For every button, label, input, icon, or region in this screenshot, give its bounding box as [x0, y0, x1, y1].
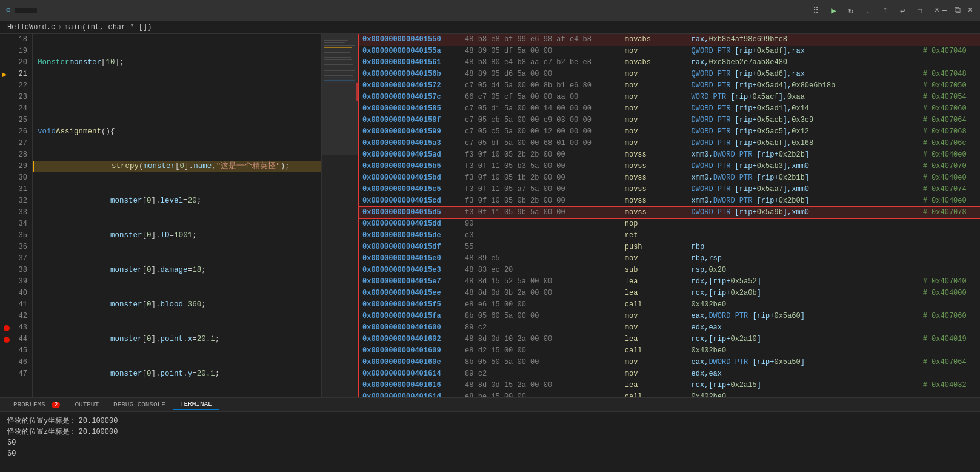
- disasm-bytes: f3 0f 10 05 2b 2b 00 00: [465, 150, 565, 159]
- breakpoint-44[interactable]: [4, 337, 10, 343]
- step-into-icon[interactable]: ↑: [882, 4, 889, 16]
- disasm-bytes: 48 b8 80 e4 b8 aa e7 b2 be e8: [465, 58, 592, 67]
- disasm-comment: # 0x404019: [923, 335, 967, 343]
- disasm-row: 0x0000000000401572c7 05 d4 5a 00 00 8b b…: [359, 80, 980, 92]
- disasm-comment: # 0x404032: [923, 381, 967, 389]
- disasm-mnem: call: [625, 299, 673, 311]
- terminal-line-2: 怪物的位置z坐标是: 20.100000: [7, 426, 973, 437]
- disasm-mnem: mov: [625, 138, 673, 149]
- disasm-mnem: lea: [625, 276, 673, 288]
- disasm-mnem: movss: [625, 172, 673, 184]
- stop-icon[interactable]: ☐: [916, 4, 923, 17]
- tab-problems[interactable]: PROBLEMS 2: [6, 400, 67, 410]
- disasm-bytes: f3 0f 11 05 b3 5a 00 00: [465, 162, 565, 170]
- disasm-addr: 0x00000000004015dd: [362, 220, 441, 228]
- disasm-bytes: e8 be 15 00 00: [465, 393, 526, 397]
- disasm-bytes: 48 89 05 d6 5a 00 00: [465, 70, 552, 78]
- disasm-mnem: mov: [625, 253, 673, 265]
- disasm-comment: # 0x407068: [923, 127, 967, 136]
- disasm-row: 0x00000000004015d5f3 0f 11 05 9b 5a 00 0…: [359, 207, 980, 218]
- disasm-addr: 0x0000000000401614: [362, 369, 441, 378]
- breadcrumb-file[interactable]: HelloWord.c: [7, 23, 55, 32]
- disasm-row: 0x000000000040158fc7 05 cb 5a 00 00 e9 0…: [359, 115, 980, 126]
- disasm-ops: WORD PTR [rip+0x5acf],0xaa: [692, 93, 805, 101]
- close-button[interactable]: ×: [967, 4, 974, 16]
- disasm-row: 0x000000000040156b48 89 05 d6 5a 00 00mo…: [359, 69, 980, 80]
- disasm-comment: # 0x407050: [923, 81, 967, 90]
- disasm-addr: 0x00000000004015bd: [362, 174, 441, 182]
- restore-button[interactable]: ⧉: [953, 4, 962, 16]
- disasm-bytes: c3: [465, 231, 473, 240]
- code-line-20: void Assignment(){: [33, 126, 321, 138]
- disasm-row: 0x00000000004015f5e8 e6 15 00 00call0x40…: [359, 299, 980, 311]
- tab-debug-label: DEBUG CONSOLE: [113, 401, 165, 408]
- title-bar-left: C: [6, 7, 812, 14]
- disasm-ops: rsp,0x20: [692, 266, 727, 274]
- disasm-row: 0x000000000040160e8b 05 50 5a 00 00movea…: [359, 357, 980, 368]
- grid-icon[interactable]: ⠿: [812, 4, 820, 17]
- tab-output[interactable]: OUTPUT: [67, 400, 106, 410]
- disasm-bytes: 8b 05 50 5a 00 00: [465, 358, 539, 366]
- disasm-ops: rbp,rsp: [692, 254, 722, 263]
- disasm-bytes: c7 05 bf 5a 00 00 68 01 00 00: [465, 139, 592, 147]
- disasm-ops: 0x402be0: [692, 300, 727, 309]
- breakpoint-gutter: ▶: [0, 34, 11, 397]
- disasm-mnem: movss: [625, 195, 673, 207]
- disasm-addr: 0x00000000004015de: [362, 231, 441, 240]
- disasm-bytes: 66 c7 05 cf 5a 00 00 aa 00: [465, 93, 578, 101]
- tab-debug-console[interactable]: DEBUG CONSOLE: [106, 400, 173, 410]
- app-container: C ⠿ ▶ ↻ ↓ ↑ ↩ ☐ × — ⧉ × HelloWord.c › ma…: [0, 0, 980, 472]
- play-icon[interactable]: ▶: [830, 4, 837, 17]
- code-line-19: [33, 92, 321, 103]
- disasm-row: 0x000000000040161de8 be 15 00 00call0x40…: [359, 391, 980, 397]
- disasm-row: 0x0000000000401599c7 05 c5 5a 00 00 12 0…: [359, 126, 980, 138]
- tab-terminal[interactable]: TERMINAL: [173, 399, 219, 410]
- disasm-bytes: f3 0f 10 05 0b 2b 00 00: [465, 197, 565, 205]
- disasm-mnem: mov: [625, 115, 673, 126]
- disasm-addr: 0x0000000000401609: [362, 346, 441, 355]
- disasm-row: 0x00000000004015c5f3 0f 11 05 a7 5a 00 0…: [359, 184, 980, 195]
- terminal-line-3: 60: [7, 437, 973, 448]
- disasm-row: 0x0000000000401585c7 05 d1 5a 00 00 14 0…: [359, 103, 980, 115]
- disasm-row: 0x00000000004015adf3 0f 10 05 2b 2b 00 0…: [359, 149, 980, 161]
- step-out-icon[interactable]: ↩: [899, 4, 906, 17]
- code-line-22: monster[0].level = 20;: [33, 195, 321, 207]
- disasm-addr: 0x0000000000401599: [362, 127, 441, 136]
- code-line-26: monster[0].point.x = 20.1;: [33, 334, 321, 345]
- disasm-row: 0x00000000004015bdf3 0f 10 05 1b 2b 00 0…: [359, 172, 980, 184]
- file-tab[interactable]: [15, 8, 37, 13]
- disasm-addr: 0x0000000000401572: [362, 81, 441, 90]
- disasm-addr: 0x000000000040156b: [362, 70, 441, 78]
- disasm-row: 0x00000000004015e348 83 ec 20subrsp,0x20: [359, 265, 980, 276]
- disasm-panel: 0x000000000040155048 b8 e8 bf 99 e6 98 a…: [358, 34, 980, 397]
- disasm-ops: DWORD PTR [rip+0x5aa7],xmm0: [692, 185, 809, 194]
- disasm-row: 0x000000000040155a48 89 05 df 5a 00 00mo…: [359, 46, 980, 57]
- step-over-icon[interactable]: ↓: [864, 4, 872, 16]
- disasm-addr: 0x00000000004015d5: [362, 208, 441, 217]
- disasm-addr: 0x000000000040155a: [362, 47, 441, 55]
- disasm-row: 0x00000000004015dec3ret: [359, 230, 980, 241]
- disasm-row: 0x00000000004015fa8b 05 60 5a 00 00movea…: [359, 311, 980, 322]
- close-debug-icon[interactable]: ×: [933, 4, 941, 16]
- disasm-mnem: lea: [625, 334, 673, 345]
- disasm-comment: # 0x407064: [923, 116, 967, 124]
- breadcrumb-func[interactable]: main(int, char * []): [64, 23, 152, 32]
- toolbar: ⠿ ▶ ↻ ↓ ↑ ↩ ☐ ×: [812, 4, 941, 17]
- code-editor: ▶: [0, 34, 321, 397]
- disasm-addr: 0x0000000000401550: [362, 35, 441, 44]
- disasm-bytes: 8b 05 60 5a 00 00: [465, 312, 539, 320]
- disasm-comment: # 0x40706c: [923, 139, 967, 147]
- breakpoint-43[interactable]: [4, 325, 10, 331]
- restart-icon[interactable]: ↻: [847, 4, 855, 17]
- disasm-addr: 0x00000000004015a3: [362, 139, 441, 147]
- disasm-mnem: mov: [625, 103, 673, 115]
- disasm-ops: edx,eax: [692, 323, 722, 332]
- disasm-addr: 0x00000000004015ee: [362, 289, 441, 297]
- minimize-button[interactable]: —: [941, 4, 948, 16]
- code-line-24: monster[0].damage = 18;: [33, 265, 321, 276]
- disasm-bytes: 48 83 ec 20: [465, 266, 513, 274]
- breadcrumb: HelloWord.c › main(int, char * []): [0, 21, 980, 34]
- disasm-row: 0x000000000040161489 c2movedx,eax: [359, 368, 980, 380]
- disasm-mnem: mov: [625, 311, 673, 322]
- window-controls: — ⧉ ×: [941, 4, 974, 16]
